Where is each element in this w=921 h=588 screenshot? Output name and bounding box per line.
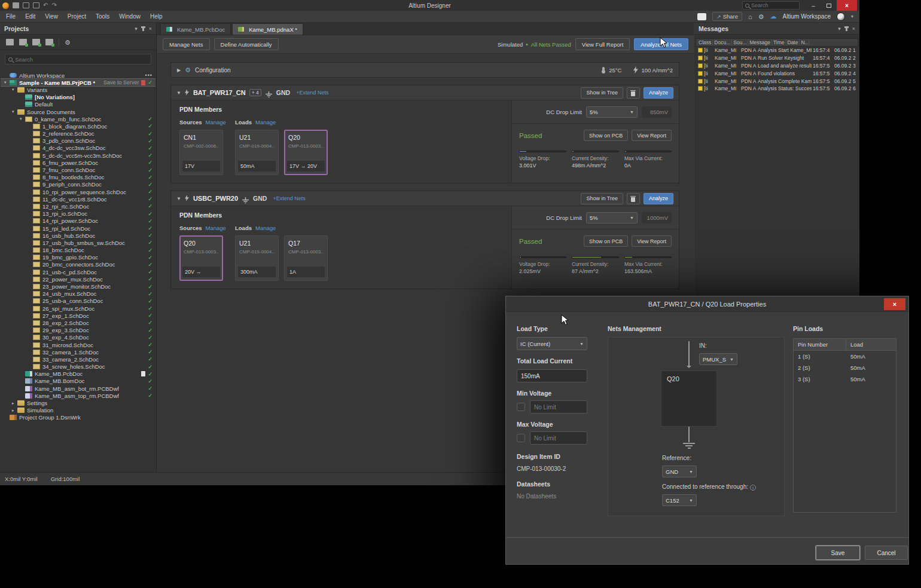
- copy-document-icon[interactable]: [33, 2, 39, 8]
- expand-arrow-icon[interactable]: ▾: [4, 80, 10, 85]
- tree-item[interactable]: 17_usb_hub_smbus_sw.SchDoc ✓: [1, 239, 155, 246]
- dc-drop-limit-select[interactable]: 5%▼: [586, 106, 638, 118]
- undo-icon[interactable]: ↶: [43, 2, 48, 8]
- menu-item[interactable]: File: [6, 13, 16, 20]
- user-avatar[interactable]: [837, 13, 845, 21]
- tree-item[interactable]: [No Variations] ✓: [1, 94, 155, 101]
- messages-column-header[interactable]: Message: [748, 39, 772, 45]
- pin-load-row[interactable]: 3 (S) 50mA: [794, 373, 896, 385]
- tree-item[interactable]: 20_bmc_connectors.SchDoc ✓: [1, 261, 155, 268]
- global-search-input[interactable]: [751, 2, 793, 8]
- manage-sources-link[interactable]: Manage: [206, 119, 226, 125]
- redo-icon[interactable]: ↷: [51, 2, 56, 8]
- delete-net-button[interactable]: [627, 87, 640, 99]
- pdn-member-card[interactable]: CN1 CMP-002-0006... 17V: [179, 130, 223, 175]
- tree-item[interactable]: 23_power_monitor.SchDoc ✓: [1, 283, 155, 290]
- max-voltage-input[interactable]: [530, 431, 587, 445]
- tree-item[interactable]: 15_rpi_led.SchDoc ✓: [1, 225, 155, 232]
- pdn-member-card[interactable]: Q20 CMP-013-0003... 20V →: [179, 235, 223, 281]
- refresh-project-icon[interactable]: [32, 39, 40, 45]
- menu-item[interactable]: Edit: [25, 13, 35, 20]
- component-box[interactable]: Q20: [661, 370, 717, 427]
- comment-icon[interactable]: [697, 13, 706, 20]
- tree-item[interactable]: 12_rpi_rtc.SchDoc ✓: [1, 203, 155, 210]
- tree-item[interactable]: 28_exp_2.SchDoc ✓: [1, 319, 155, 326]
- tree-item[interactable]: 31_microsd.SchDoc ✓: [1, 341, 155, 348]
- tree-item[interactable]: ▸ Settings ✓: [1, 399, 155, 406]
- compile-project-icon[interactable]: [19, 39, 27, 45]
- expand-arrow-icon[interactable]: ▸: [12, 401, 17, 406]
- dc-drop-limit-select[interactable]: 5%▼: [586, 212, 638, 223]
- collapse-chevron-icon[interactable]: ▼: [176, 196, 181, 201]
- projects-search-box[interactable]: [5, 54, 151, 65]
- messages-column-header[interactable]: Docu...: [713, 39, 732, 45]
- panel-close-icon[interactable]: ×: [149, 26, 152, 32]
- message-row[interactable]: [Ii Kame_MI PDN A Analysis Start Kame_MB…: [696, 47, 858, 54]
- tree-item[interactable]: 1_block_diagram.SchDoc ✓: [1, 122, 155, 130]
- tree-item[interactable]: 19_bmc_gpio.SchDoc ✓: [1, 254, 155, 261]
- analyze-net-button[interactable]: Analyze: [644, 193, 673, 204]
- tree-item[interactable]: 7_fmu_conn.SchDoc ✓: [1, 166, 155, 173]
- tree-item[interactable]: 27_exp_1.SchDoc ✓: [1, 312, 155, 319]
- tree-item[interactable]: 30_exp_4.SchDoc ✓: [1, 334, 155, 341]
- view-full-report-button[interactable]: View Full Report: [575, 38, 630, 50]
- pin-load-row[interactable]: 1 (S) 50mA: [794, 351, 896, 362]
- tree-item[interactable]: Altium Workspace ••• ✓: [1, 72, 155, 79]
- tree-item[interactable]: 25_usb-a_conn.SchDoc ✓: [1, 298, 155, 305]
- view-report-button[interactable]: View Report: [632, 130, 672, 141]
- tree-item[interactable]: 10_rpi_power_sequence.SchDoc ✓: [1, 188, 155, 195]
- expand-arrow-icon[interactable]: ▾: [20, 117, 25, 121]
- pdn-member-card[interactable]: U21 CMP-019-0004... 50mA: [235, 130, 279, 175]
- manage-loads-link[interactable]: Manage: [255, 225, 276, 231]
- share-button[interactable]: ↗Share: [712, 12, 742, 21]
- tree-item[interactable]: 29_exp_3.SchDoc ✓: [1, 327, 155, 334]
- tree-item[interactable]: 24_usb_mux.SchDoc ✓: [1, 290, 155, 298]
- messages-column-header[interactable]: Date: [786, 39, 800, 45]
- pin-number-column-header[interactable]: Pin Number: [794, 339, 846, 350]
- tree-item[interactable]: ▾ Variants ✓: [1, 86, 155, 93]
- reference-select[interactable]: GND▼: [662, 466, 697, 477]
- panel-close-icon[interactable]: ×: [852, 26, 855, 32]
- manage-nets-button[interactable]: Manage Nets: [163, 38, 210, 50]
- pdn-member-card[interactable]: U21 CMP-019-0004... 300mA: [235, 235, 279, 281]
- total-load-current-input[interactable]: [517, 369, 587, 382]
- tree-item[interactable]: 4_dc-dc_vcc3sw.SchDoc ✓: [1, 145, 155, 152]
- view-report-button[interactable]: View Report: [632, 235, 672, 247]
- messages-column-header[interactable]: N..: [800, 39, 809, 45]
- configuration-bar[interactable]: ▶ ⚙ Configuration 25°C 100 A/mm^2: [170, 62, 679, 78]
- save-icon[interactable]: [13, 2, 19, 8]
- tree-item[interactable]: 2_reference.SchDoc ✓: [1, 130, 155, 137]
- dialog-close-button[interactable]: ×: [884, 298, 905, 310]
- message-row[interactable]: [Ii Kame_MI PDN A Found violations 16:57…: [696, 69, 858, 77]
- message-row[interactable]: [Ii Kame_MI PDN A Analysis Complete Kame…: [696, 77, 858, 85]
- collapse-chevron-icon[interactable]: ▼: [176, 90, 181, 96]
- min-voltage-checkbox[interactable]: [517, 403, 525, 411]
- max-voltage-checkbox[interactable]: [517, 434, 525, 442]
- tree-item[interactable]: Kame_MB.PcbDoc ✓: [1, 370, 155, 378]
- minimize-button[interactable]: –: [806, 0, 821, 11]
- document-tab[interactable]: Kame_MB.pdnaX *: [232, 23, 303, 35]
- document-tab[interactable]: Kame_MB.PcbDoc: [160, 23, 231, 35]
- chevron-right-icon[interactable]: ▶: [177, 68, 181, 73]
- pdn-member-card[interactable]: Q17 CMP-013-0003... 1A: [284, 235, 328, 281]
- projects-search-input[interactable]: [15, 56, 135, 63]
- connected-through-select[interactable]: C152▼: [662, 494, 697, 506]
- tree-item[interactable]: 14_rpi_power.SchDoc ✓: [1, 218, 155, 225]
- extend-nets-link[interactable]: +Extend Nets: [273, 195, 305, 201]
- maximize-button[interactable]: [821, 0, 837, 11]
- settings-gear-icon[interactable]: ⚙: [758, 13, 764, 20]
- tree-item[interactable]: 3_pdb_conn.SchDoc ✓: [1, 137, 155, 145]
- panel-dropdown-icon[interactable]: ▾: [135, 26, 138, 32]
- close-button[interactable]: ×: [837, 0, 857, 11]
- menu-item[interactable]: Project: [68, 13, 86, 20]
- save-to-server-label[interactable]: Save to Server: [103, 79, 139, 85]
- tree-item[interactable]: 9_periph_conn.SchDoc ✓: [1, 181, 155, 188]
- message-row[interactable]: [Ii Kame_MI PDN A Analysis Status: Succe…: [696, 85, 858, 93]
- load-type-select[interactable]: IC (Current)▼: [517, 337, 587, 350]
- menu-item[interactable]: Window: [119, 13, 141, 20]
- message-row[interactable]: [Ii Kame_MI PDN A Run Solver Keysight 16…: [696, 54, 858, 62]
- pin-icon[interactable]: [142, 26, 144, 31]
- project-settings-gear-icon[interactable]: ⚙: [65, 39, 71, 46]
- expand-arrow-icon[interactable]: ▾: [12, 87, 17, 92]
- tree-item[interactable]: 13_rpi_io.SchDoc ✓: [1, 210, 155, 218]
